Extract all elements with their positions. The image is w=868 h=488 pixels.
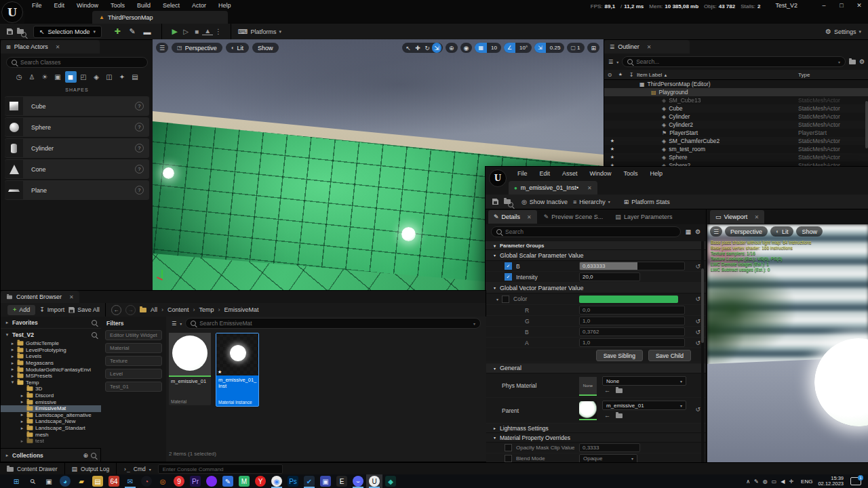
reset-icon[interactable]: ↺ xyxy=(695,296,701,302)
frame-skip-button[interactable]: ▷ xyxy=(180,28,191,35)
menu-item[interactable]: Asset xyxy=(556,169,584,178)
section-global-vector[interactable]: ▾Global Vector Parameter Value xyxy=(486,283,706,293)
breadcrumb-item[interactable]: Temp xyxy=(199,306,214,313)
back-button[interactable]: ← xyxy=(111,305,121,315)
yandex9-app[interactable]: 9 xyxy=(171,474,187,488)
folder-tree-item[interactable]: ▸ ModularGothicFantasyEnvi xyxy=(1,366,101,373)
blueprints[interactable]: ▤ xyxy=(130,71,141,83)
console-command-input[interactable]: Enter Console Command xyxy=(158,464,283,474)
asset-tile-selected[interactable]: ★ m_emissive_01_Inst Material Instance xyxy=(216,333,259,407)
close-icon[interactable]: ✕ xyxy=(69,294,74,300)
filter-pill[interactable]: Material xyxy=(105,343,162,353)
r-value-input[interactable]: 0,0 xyxy=(579,306,685,314)
tab-content-browser[interactable]: Content Browser ✕ xyxy=(1,291,79,303)
add-actor-button[interactable]: ✚ xyxy=(110,27,125,36)
show-dropdown[interactable]: Show xyxy=(252,43,279,53)
asset-search-input[interactable]: Search EmissiveMat ▾ xyxy=(185,318,481,329)
filter-pill[interactable]: Texture xyxy=(105,356,162,366)
menu-item[interactable]: Help xyxy=(212,1,237,10)
parent-dropdown[interactable]: m_emissive_01▾ xyxy=(602,401,686,410)
place-actor-item[interactable]: Cone ? xyxy=(5,159,149,179)
save-sibling-button[interactable]: Save Sibling xyxy=(596,350,643,361)
project-root-item[interactable]: ▾ Test_V2 xyxy=(1,329,101,340)
volumes[interactable]: ◫ xyxy=(104,71,115,83)
unreal-editor-app[interactable]: U xyxy=(366,474,382,488)
select-tool[interactable]: ↖ xyxy=(403,43,413,53)
menu-item[interactable]: Actor xyxy=(186,1,212,10)
checkbox-color[interactable] xyxy=(502,296,509,303)
collections-section[interactable]: ▸ Collections ⊕ xyxy=(1,448,101,462)
lights[interactable]: ☀ xyxy=(39,71,51,83)
folder-tree-item[interactable]: mesh xyxy=(1,431,101,438)
platform-stats-button[interactable]: ⊞Platform Stats xyxy=(624,199,670,205)
search-icon[interactable] xyxy=(91,453,96,458)
filter-pill[interactable]: Level xyxy=(105,369,162,379)
caret-down-icon[interactable]: ▾ xyxy=(496,297,498,302)
section-lightmass[interactable]: ▸Lightmass Settings xyxy=(486,424,706,433)
display-options-icon[interactable]: ▦ xyxy=(685,228,691,235)
a-value-input[interactable]: 1,0 xyxy=(579,338,685,347)
scale-tool[interactable]: ⇲ xyxy=(432,43,441,53)
play-options-icon[interactable]: ⋮ xyxy=(213,28,224,35)
outliner-row[interactable]: ▦ ThirdPersonMap (Editor) xyxy=(604,80,868,88)
maximize-viewport-button[interactable]: ⊞ xyxy=(587,43,599,53)
help-icon[interactable]: ? xyxy=(135,144,144,152)
edge-app[interactable]: ◕ xyxy=(57,474,73,488)
pen-tray-icon[interactable]: ✎ xyxy=(754,479,759,485)
pen-app[interactable]: ✎ xyxy=(220,474,236,488)
world-space-toggle[interactable]: ⊕ xyxy=(446,43,458,53)
show-dropdown[interactable]: Show xyxy=(796,226,823,237)
add-button[interactable]: +Add xyxy=(7,305,35,315)
eject-button[interactable]: ▲ xyxy=(202,28,213,35)
selection-mode-dropdown[interactable]: ↖ Selection Mode ▾ xyxy=(33,26,102,38)
details-scrollbar[interactable] xyxy=(701,268,704,343)
filter-icon[interactable]: ☰ xyxy=(608,59,613,65)
briefcase-app[interactable]: ▤ xyxy=(90,474,106,488)
minimize-button[interactable]: – xyxy=(815,2,833,9)
help-icon[interactable]: ? xyxy=(135,186,144,195)
lit-dropdown[interactable]: ◐Lit xyxy=(226,43,249,53)
scale-snap-control[interactable]: ⇲0.25 xyxy=(534,43,564,53)
language-indicator[interactable]: ENG xyxy=(801,479,812,485)
eye-icon[interactable]: ⊙ xyxy=(604,72,615,78)
tab-place-actors[interactable]: ⊞ Place Actors ✕ xyxy=(1,40,100,54)
menu-item[interactable]: Help xyxy=(644,169,669,178)
browse-icon[interactable] xyxy=(504,198,511,205)
checkbox-b[interactable]: ✓ xyxy=(505,262,512,270)
purple-circle-app[interactable] xyxy=(203,474,220,488)
outliner-row[interactable]: ◈ Cylinder2 StaticMeshActor xyxy=(604,121,868,129)
outliner-row[interactable]: ▤ Playground xyxy=(604,88,868,96)
place-actor-item[interactable]: Cube ? xyxy=(5,96,149,116)
menu-item[interactable]: Build xyxy=(131,1,157,10)
outliner-scrollbar[interactable] xyxy=(865,101,868,148)
place-actor-item[interactable]: Cylinder ? xyxy=(5,138,149,158)
emissive-sphere[interactable] xyxy=(401,227,416,241)
close-icon[interactable]: ✕ xyxy=(527,214,532,220)
teal-cube-app[interactable]: ◆ xyxy=(382,474,399,488)
asset-tile[interactable]: m_emissive_01 Material xyxy=(169,333,211,405)
cmd-dropdown[interactable]: ›_Cmd▾ xyxy=(117,466,158,472)
tab-viewport[interactable]: ▭Viewport✕ xyxy=(710,210,764,224)
tab-layer-parameters[interactable]: ▤Layer Parameters xyxy=(610,210,677,224)
outliner-row[interactable]: ◈ SM_Cube13 StaticMeshActor xyxy=(604,96,868,104)
folder-tree-item[interactable]: 3D xyxy=(1,386,101,392)
viewport-menu-icon[interactable]: ☰ xyxy=(156,43,168,53)
new-folder-icon[interactable] xyxy=(849,60,856,64)
tray-expand-icon[interactable]: ∧ xyxy=(746,479,750,485)
use-selected-icon[interactable]: ← xyxy=(604,387,610,394)
import-button[interactable]: ↧Import xyxy=(39,306,64,313)
material-preview-viewport[interactable]: ☰ Perspective ◐Lit Show Base pass shader… xyxy=(707,224,868,475)
folder-tree-item[interactable]: EmissiveMat xyxy=(1,405,101,412)
gear-icon[interactable]: ⚙ xyxy=(695,228,701,235)
folder-tree-item[interactable]: ▸ LevelPrototyping xyxy=(1,347,101,354)
opacity-value-input[interactable]: 0,3333 xyxy=(579,443,640,452)
b2-value-input[interactable]: 0,3762 xyxy=(579,327,685,336)
viewport-menu-icon[interactable]: ☰ xyxy=(710,226,722,237)
menu-item[interactable]: Edit xyxy=(48,1,71,10)
menu-item[interactable]: Window xyxy=(71,1,104,10)
save-icon[interactable] xyxy=(7,28,13,35)
cinematic[interactable]: ▣ xyxy=(52,71,64,83)
check-app[interactable]: ✔ xyxy=(301,474,317,488)
notification-center-button[interactable]: 1 xyxy=(850,477,861,485)
close-icon[interactable]: ✕ xyxy=(56,44,60,50)
